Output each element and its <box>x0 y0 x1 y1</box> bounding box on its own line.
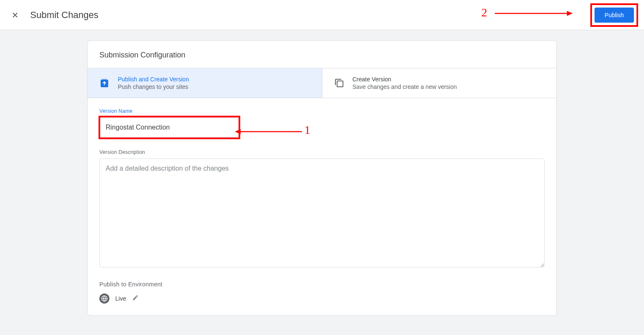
option-title: Publish and Create Version <box>118 76 189 83</box>
publish-upload-icon <box>99 78 109 88</box>
svg-rect-2 <box>337 81 343 87</box>
publish-env-label: Publish to Environment <box>99 281 545 288</box>
submission-options: Publish and Create Version Push changes … <box>88 68 556 98</box>
version-name-input[interactable] <box>99 117 238 138</box>
create-version-icon <box>334 78 344 88</box>
dialog-header: Submit Changes Publish <box>0 0 644 30</box>
option-text: Publish and Create Version Push changes … <box>118 76 189 90</box>
svg-rect-1 <box>102 79 107 80</box>
option-create-version[interactable]: Create Version Save changes and create a… <box>322 68 557 98</box>
card-title: Submission Configuration <box>88 41 556 68</box>
environment-row: Live <box>99 293 545 304</box>
page-title: Submit Changes <box>30 10 99 21</box>
content-area: Submission Configuration Publish and Cre… <box>0 30 644 335</box>
environment-name: Live <box>115 295 126 302</box>
close-button[interactable] <box>10 10 20 20</box>
version-desc-textarea[interactable] <box>99 158 545 267</box>
close-icon <box>11 11 19 19</box>
version-desc-label: Version Description <box>99 149 545 155</box>
submission-card: Submission Configuration Publish and Cre… <box>87 40 557 316</box>
header-left: Submit Changes <box>10 10 99 21</box>
option-text: Create Version Save changes and create a… <box>353 76 457 90</box>
globe-icon <box>99 293 109 304</box>
option-subtitle: Push changes to your sites <box>118 83 189 90</box>
option-subtitle: Save changes and create a new version <box>353 83 457 90</box>
form-body: Version Name Version Description Publish… <box>88 98 556 315</box>
publish-button[interactable]: Publish <box>595 8 634 23</box>
version-name-label: Version Name <box>99 108 545 114</box>
edit-environment-button[interactable] <box>132 294 139 303</box>
option-publish-create-version[interactable]: Publish and Create Version Push changes … <box>88 68 322 98</box>
pencil-icon <box>132 294 139 301</box>
option-title: Create Version <box>353 76 457 83</box>
